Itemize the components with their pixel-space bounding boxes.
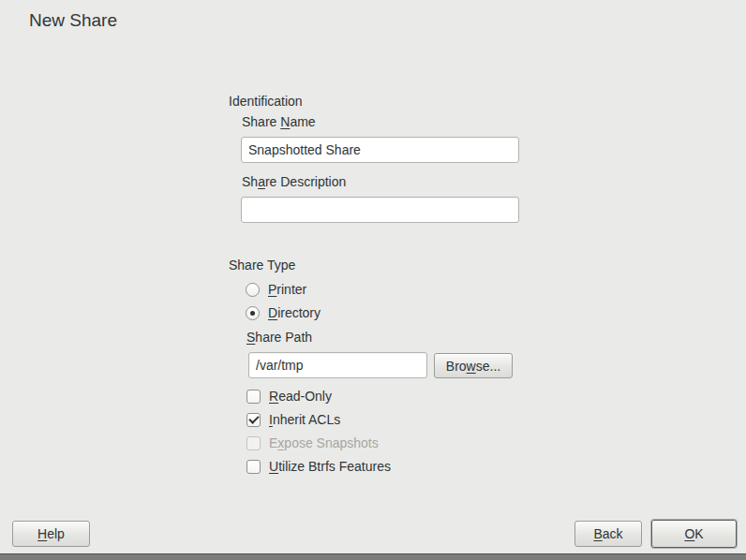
share-type-section-header: Share Type: [229, 258, 295, 273]
read-only-checkbox[interactable]: [246, 390, 261, 404]
window-bottom-edge: [0, 553, 746, 560]
browse-button[interactable]: Browse...: [434, 353, 513, 378]
expose-snapshots-checkbox: [246, 436, 261, 450]
utilize-btrfs-features-checkbox[interactable]: [246, 460, 261, 474]
help-button[interactable]: Help: [12, 521, 90, 547]
expose-snapshots-label: Expose Snapshots: [269, 435, 379, 450]
share-name-label: Share Name: [242, 114, 316, 129]
utilize-btrfs-features-label: Utilize Btrfs Features: [269, 459, 391, 474]
printer-radio-button[interactable]: [246, 283, 260, 297]
printer-radio-row[interactable]: Printer: [246, 282, 306, 297]
directory-radio-row[interactable]: Directory: [246, 305, 321, 320]
ok-button[interactable]: OK: [651, 520, 737, 548]
directory-radio-button[interactable]: [246, 306, 260, 320]
inherit-acls-checkbox[interactable]: [246, 413, 261, 427]
identification-section-header: Identification: [229, 94, 303, 109]
inherit-acls-label: Inherit ACLs: [269, 412, 340, 427]
checkmark-icon: [248, 413, 259, 423]
share-description-input[interactable]: [241, 197, 519, 223]
utilize-btrfs-features-checkbox-row[interactable]: Utilize Btrfs Features: [246, 459, 391, 474]
share-description-label: Share Description: [242, 174, 346, 189]
share-name-input[interactable]: [241, 137, 519, 163]
dialog-title: New Share: [29, 10, 117, 31]
radio-dot-icon: [250, 311, 255, 316]
read-only-checkbox-row[interactable]: Read-Only: [246, 389, 332, 404]
back-button[interactable]: Back: [574, 521, 642, 547]
printer-radio-label: Printer: [268, 282, 306, 297]
share-path-label: Share Path: [246, 330, 312, 345]
inherit-acls-checkbox-row[interactable]: Inherit ACLs: [246, 412, 340, 427]
directory-radio-label: Directory: [268, 305, 321, 320]
expose-snapshots-checkbox-row: Expose Snapshots: [246, 435, 379, 450]
read-only-label: Read-Only: [269, 389, 332, 404]
new-share-dialog: { "window": { "title": "New Share" }, "f…: [0, 0, 746, 560]
share-path-input[interactable]: [248, 352, 427, 378]
